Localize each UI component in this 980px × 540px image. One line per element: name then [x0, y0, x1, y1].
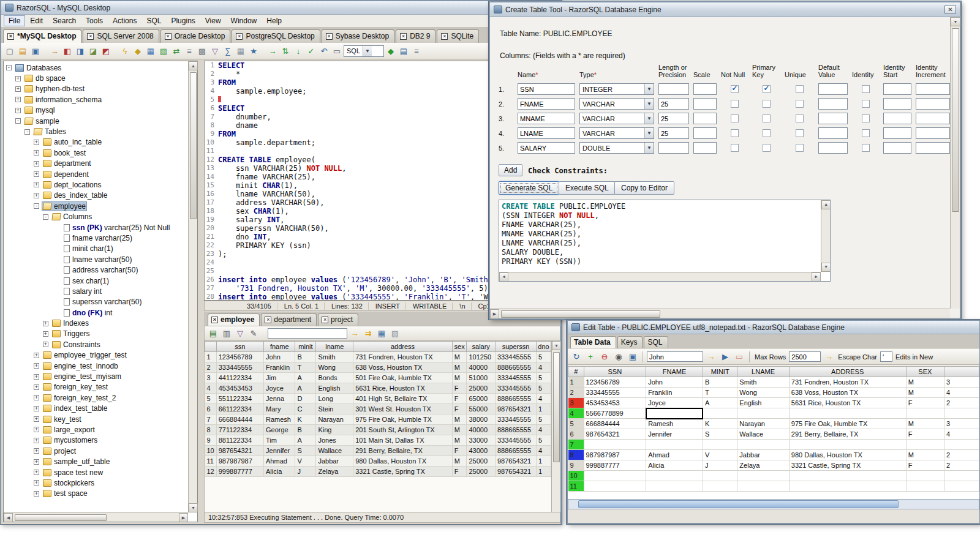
column-name-input[interactable]	[518, 83, 575, 95]
menu-window[interactable]: Window	[226, 15, 262, 26]
edit-table-row[interactable]: 6987654321JenniferSWallace291 Berry, Bel…	[568, 429, 979, 440]
table-icon[interactable]: ▩	[196, 45, 208, 57]
identity-start-input[interactable]	[883, 98, 911, 110]
edit-table-row[interactable]: 45566778899	[568, 408, 979, 419]
results-cell[interactable]: 999887777	[216, 467, 263, 477]
results-tab-employee[interactable]: ×employee	[208, 313, 260, 326]
column-name-input[interactable]	[518, 142, 575, 154]
results-cell[interactable]: Smith	[316, 352, 353, 362]
length-input[interactable]	[658, 113, 689, 124]
results-cell[interactable]: Wong	[316, 362, 353, 373]
primary-key-checkbox[interactable]	[763, 129, 771, 137]
results-cell[interactable]: 888665555	[495, 446, 536, 456]
expand-icon[interactable]: +	[15, 108, 21, 113]
identity-checkbox[interactable]	[862, 85, 870, 93]
results-cell[interactable]: 551122334	[216, 394, 263, 404]
drop-connection-icon[interactable]: ◩	[100, 45, 112, 57]
row-marker[interactable]: 7	[568, 440, 584, 450]
edit-table-cell[interactable]: Jennifer	[646, 429, 703, 440]
create-table-titlebar[interactable]: Create Table Tool - RazorSQL Database En…	[490, 2, 960, 17]
tree-node-dno-fk-int[interactable]: dno (FK) int	[4, 307, 188, 318]
edit-table-cell[interactable]: 731 Fondren, Houston TX	[789, 377, 906, 388]
tree-node-ssn-pk-varchar-25-not-null[interactable]: ssn (PK) varchar(25) Not Null	[4, 222, 188, 233]
edit-table-cell[interactable]: 975 Fire Oak, Humble TX	[789, 419, 906, 429]
results-cell[interactable]: 333445555	[495, 373, 536, 383]
scale-input[interactable]	[693, 127, 717, 139]
edit-table-cell[interactable]: Alicia	[646, 460, 703, 471]
row-marker[interactable]: 8	[568, 450, 584, 460]
expand-icon[interactable]: +	[15, 76, 21, 81]
edit-table-row[interactable]: 11	[568, 481, 979, 492]
edit-table-cell[interactable]: V	[703, 450, 737, 460]
expand-icon[interactable]: +	[34, 150, 39, 156]
menu-plugins[interactable]: Plugins	[166, 15, 200, 26]
results-cell[interactable]: B	[295, 425, 316, 435]
filter-icon[interactable]: ▽	[209, 45, 221, 57]
results-row[interactable]: 4453453453JoyceAEnglish5631 Rice, Housto…	[205, 383, 551, 394]
desktop-tab-sqlite[interactable]: ×SQLite	[437, 29, 479, 43]
tree-node-lname-varchar-50[interactable]: lname varchar(50)	[4, 254, 188, 264]
column-type-select[interactable]: VARCHAR▼	[579, 113, 654, 124]
edit-table-cell[interactable]	[944, 471, 979, 481]
edit-table-cell[interactable]: English	[737, 398, 789, 408]
expand-icon[interactable]: +	[34, 363, 39, 369]
results-cell[interactable]: M	[452, 373, 467, 383]
results-cell[interactable]: Franklin	[264, 362, 295, 373]
refresh-icon[interactable]: ⇄	[170, 45, 183, 57]
clear-icon[interactable]: ▭	[733, 351, 745, 363]
edit-table-row[interactable]: 9999887777AliciaJZelaya3321 Castle, Spri…	[568, 460, 979, 471]
edit-column-sex[interactable]: SEX	[906, 367, 944, 377]
edit-table-cell[interactable]: Ahmad	[646, 450, 703, 460]
edit-table-cell[interactable]	[703, 471, 737, 481]
edit-table-cell[interactable]	[584, 440, 646, 450]
edit-table-cell[interactable]: 666884444	[584, 419, 646, 429]
editor-icon[interactable]: ▤	[398, 45, 410, 57]
row-marker[interactable]: 5	[568, 419, 584, 429]
results-cell[interactable]: Ramesh	[264, 414, 295, 425]
results-cell[interactable]: Alicia	[264, 467, 295, 477]
column-type-select[interactable]: VARCHAR▼	[579, 127, 654, 139]
edit-table-cell[interactable]	[944, 481, 979, 492]
edit-table-cell[interactable]: 3321 Castle, Spring TX	[789, 460, 906, 471]
tree-node-des-index-table[interactable]: +des_index_table	[4, 190, 188, 201]
desktop-tab-oracle-desktop[interactable]: ×Oracle Desktop	[160, 29, 231, 43]
edit-column-ssn[interactable]: SSN	[584, 367, 646, 377]
edit-table-cell[interactable]: F	[906, 460, 944, 471]
sql-statement-combo[interactable]: SQL▼	[344, 45, 384, 57]
results-cell[interactable]: 33000	[467, 435, 496, 446]
expand-icon[interactable]: +	[15, 97, 21, 102]
quick-connect-icon[interactable]: ◆	[385, 45, 397, 57]
results-cell[interactable]: 40000	[467, 362, 496, 373]
tree-node-large-export[interactable]: +large_export	[4, 424, 188, 435]
tab-close-icon[interactable]: ×	[165, 33, 172, 40]
edit-table-cell[interactable]: 4	[944, 388, 979, 398]
primary-key-checkbox[interactable]	[763, 114, 771, 122]
identity-checkbox[interactable]	[862, 114, 870, 122]
row-marker[interactable]: 10	[568, 471, 584, 481]
edit-table-cell[interactable]: 291 Berry, Bellaire, TX	[789, 429, 906, 440]
tree-node-dependent[interactable]: +dependent	[4, 169, 188, 179]
results-cell[interactable]: M	[452, 435, 467, 446]
tree-node-stockpickers[interactable]: +stockpickers	[4, 478, 188, 488]
add-column-button[interactable]: Add	[499, 164, 522, 176]
chevron-down-icon[interactable]: ▼	[644, 143, 654, 153]
column-type-select[interactable]: INTEGER▼	[579, 83, 654, 95]
table-search-input[interactable]	[647, 351, 703, 362]
scale-input[interactable]	[693, 113, 717, 124]
results-row[interactable]: 2333445555FranklinTWong638 Voss, Houston…	[205, 362, 551, 373]
results-cell[interactable]: A	[295, 383, 316, 394]
expand-icon[interactable]: +	[34, 448, 39, 454]
edit-table-cell[interactable]: 4	[944, 429, 979, 440]
results-cell[interactable]: K	[295, 414, 316, 425]
results-cell[interactable]: 661122334	[216, 404, 263, 414]
tab-close-icon[interactable]: ×	[236, 33, 243, 40]
edit-table-cell[interactable]	[737, 471, 789, 481]
results-cell[interactable]: Ahmad	[264, 456, 295, 467]
tree-node-index-test-table[interactable]: +index_test_table	[4, 403, 188, 414]
results-cell[interactable]: 51000	[467, 373, 496, 383]
export-grid-icon[interactable]: ▧	[389, 328, 401, 340]
identity-checkbox[interactable]	[862, 100, 870, 108]
scrollbar-thumb[interactable]	[578, 500, 899, 508]
tree-node-engine-test-myisam[interactable]: +engine_test_myisam	[4, 371, 188, 381]
results-cell[interactable]: B	[295, 352, 316, 362]
